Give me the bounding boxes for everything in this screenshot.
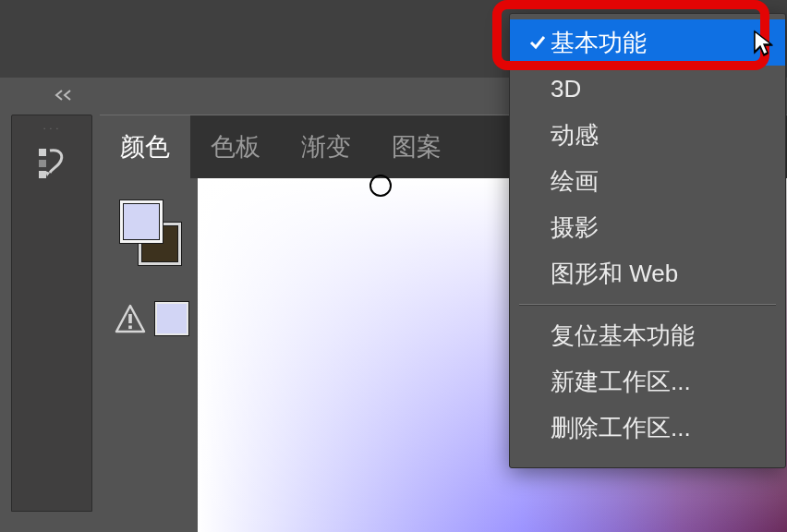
- menu-item-label: 绘画: [551, 165, 769, 198]
- tab-pattern[interactable]: 图案: [371, 115, 462, 178]
- collapse-panel-chevrons-icon[interactable]: [54, 89, 79, 102]
- nearest-color-swatch[interactable]: [155, 302, 188, 335]
- menu-item-label: 图形和 Web: [551, 258, 769, 290]
- menu-item-reset-workspace[interactable]: 复位基本功能: [510, 312, 785, 358]
- color-picker-indicator-icon[interactable]: [369, 175, 392, 197]
- panel-tool-icon[interactable]: [12, 143, 91, 180]
- menu-item-label: 动感: [551, 119, 769, 151]
- collapsed-side-panel: ...: [11, 115, 92, 512]
- tab-gradient[interactable]: 渐变: [281, 115, 371, 178]
- svg-rect-3: [128, 314, 132, 323]
- menu-separator: [519, 304, 776, 305]
- menu-item-graphic-web[interactable]: 图形和 Web: [510, 250, 785, 296]
- collapsed-panel-label: ...: [12, 123, 91, 131]
- menu-item-label: 基本功能: [551, 27, 769, 59]
- warning-icon[interactable]: [115, 304, 146, 333]
- tab-pattern-label: 图案: [392, 130, 442, 163]
- svg-rect-2: [39, 171, 46, 178]
- foreground-swatch[interactable]: [120, 200, 163, 243]
- fg-bg-swatches[interactable]: [120, 200, 183, 263]
- menu-item-label: 删除工作区...: [551, 412, 769, 444]
- tab-swatches[interactable]: 色板: [190, 115, 281, 178]
- menu-item-painting[interactable]: 绘画: [510, 158, 785, 204]
- gamut-warning-row: [115, 302, 188, 335]
- tab-color-label: 颜色: [120, 130, 170, 163]
- tab-gradient-label: 渐变: [301, 130, 351, 163]
- checkmark-icon: [525, 33, 551, 52]
- menu-item-new-workspace[interactable]: 新建工作区...: [510, 358, 785, 405]
- svg-rect-0: [39, 149, 46, 156]
- menu-item-motion[interactable]: 动感: [510, 112, 785, 158]
- tab-swatches-label: 色板: [211, 130, 260, 163]
- menu-item-photography[interactable]: 摄影: [510, 204, 785, 250]
- menu-item-delete-workspace[interactable]: 删除工作区...: [510, 405, 785, 451]
- menu-item-3d[interactable]: 3D: [510, 66, 785, 112]
- menu-item-label: 摄影: [551, 212, 769, 244]
- svg-rect-1: [39, 160, 46, 167]
- tab-color[interactable]: 颜色: [100, 115, 190, 178]
- svg-rect-4: [128, 326, 132, 330]
- menu-item-label: 新建工作区...: [551, 366, 769, 398]
- menu-item-label: 复位基本功能: [551, 320, 769, 352]
- menu-item-essentials[interactable]: 基本功能: [510, 19, 785, 66]
- menu-item-label: 3D: [551, 75, 769, 103]
- workspace-switcher-menu: 基本功能 3D 动感 绘画 摄影 图形和 Web 复位基本功能 新建工作区...…: [509, 13, 786, 468]
